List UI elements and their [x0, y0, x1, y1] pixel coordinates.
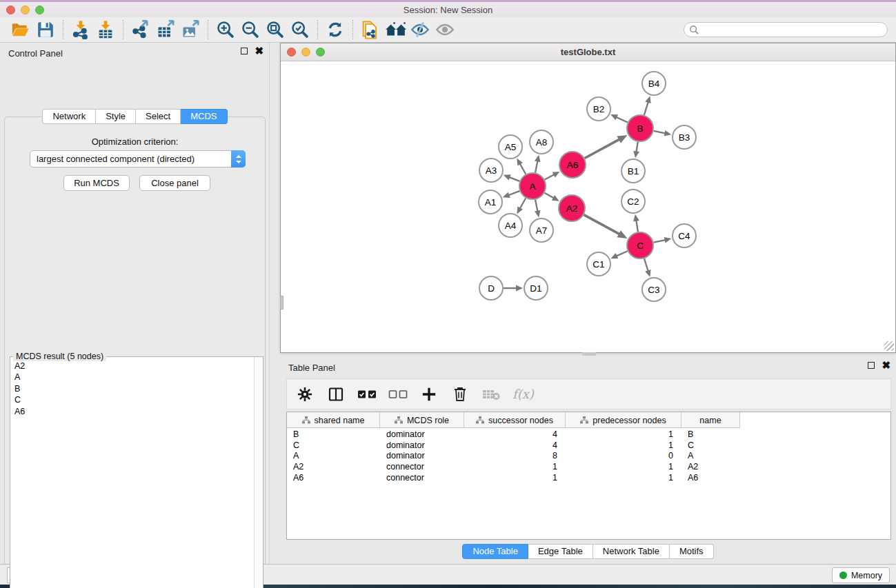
run-mcds-button[interactable]: Run MCDS [63, 175, 130, 191]
tab-network-table[interactable]: Network Table [593, 544, 670, 559]
graph-node-label: D1 [530, 283, 541, 294]
resize-grip-icon[interactable] [884, 341, 894, 351]
float-panel-icon[interactable] [868, 362, 875, 369]
graph-edge-B-B2[interactable] [615, 116, 627, 122]
graph-edge-A-A4[interactable] [519, 198, 526, 209]
tab-network[interactable]: Network [42, 109, 96, 124]
graph-node-label: B3 [679, 132, 690, 143]
tab-motifs[interactable]: Motifs [670, 544, 714, 559]
graph-node-label: B [637, 123, 643, 134]
column-visibility-icon[interactable] [326, 385, 346, 404]
table-cell: 8 [464, 451, 566, 460]
graph-edge-A-A8[interactable] [535, 160, 538, 172]
network-canvas[interactable]: B4B2BB3A5A8A6A3B1AA1C2A2A4A7C4CC1C3DD1 [281, 61, 895, 352]
column-header-predecessor-nodes[interactable]: predecessor nodes [566, 412, 681, 428]
save-session-icon[interactable] [33, 19, 58, 41]
zoom-selected-icon[interactable] [288, 19, 312, 41]
function-builder-icon[interactable]: f(x) [512, 387, 534, 401]
refresh-layout-icon[interactable] [323, 19, 348, 41]
table-row[interactable]: Bdominator41B [287, 429, 890, 440]
mcds-result-item[interactable]: A [10, 372, 253, 383]
graph-node-label: A2 [566, 203, 578, 214]
graph-edge-C-C4[interactable] [654, 240, 666, 243]
export-network-icon[interactable] [128, 19, 153, 41]
network-window-title: testGlobe.txt [281, 47, 895, 57]
node-attribute-table: shared nameMCDS rolesuccessor nodesprede… [286, 412, 891, 540]
zoom-in-icon[interactable] [213, 19, 238, 41]
network-window-titlebar[interactable]: testGlobe.txt [281, 43, 895, 61]
network-view-window: testGlobe.txt B4B2BB3A5A8A6A3B1AA1C2A2A4… [280, 43, 896, 353]
open-folder-icon[interactable] [8, 19, 33, 41]
graph-edge-C-C3[interactable] [644, 258, 648, 272]
hide-eye-icon[interactable] [408, 19, 432, 41]
select-all-checkboxes-icon[interactable] [357, 385, 377, 404]
close-panel-icon[interactable]: ✖ [255, 48, 263, 54]
tab-node-table[interactable]: Node Table [462, 544, 528, 559]
table-cell: A [287, 451, 380, 460]
graph-edge-A-A7[interactable] [535, 200, 538, 212]
float-panel-icon[interactable] [241, 48, 248, 54]
column-type-icon [580, 416, 588, 424]
graph-edge-B-B1[interactable] [636, 142, 638, 153]
add-column-icon[interactable] [419, 385, 439, 404]
close-panel-button[interactable]: Close panel [139, 175, 210, 191]
tab-style[interactable]: Style [96, 109, 136, 124]
mcds-result-item[interactable]: A2 [10, 361, 253, 372]
mcds-result-item[interactable]: C [10, 394, 253, 405]
column-header-shared-name[interactable]: shared name [287, 412, 380, 428]
graph-edge-B-B4[interactable] [644, 101, 648, 115]
graph-edge-C-C1[interactable] [616, 251, 628, 256]
export-table-icon[interactable] [153, 19, 178, 41]
table-row[interactable]: A2connector11A2 [287, 461, 890, 472]
column-header-successor-nodes[interactable]: successor nodes [464, 412, 566, 428]
new-network-from-file-icon[interactable] [358, 19, 383, 41]
delete-table-icon[interactable] [481, 385, 501, 404]
control-panel: Control Panel ✖ NetworkStyleSelectMCDS O… [0, 43, 270, 564]
table-cell: 1 [566, 429, 681, 439]
home-view-icon[interactable] [383, 19, 408, 41]
table-panel-title: Table Panel [288, 363, 335, 373]
tab-mcds[interactable]: MCDS [181, 109, 227, 124]
split-divider-grip[interactable] [280, 296, 283, 310]
zoom-out-icon[interactable] [238, 19, 263, 41]
memory-button[interactable]: Memory [832, 567, 890, 583]
graph-edge-A-A2[interactable] [544, 193, 554, 199]
mcds-scrollbar[interactable] [254, 357, 263, 588]
tab-edge-table[interactable]: Edge Table [528, 544, 593, 559]
graph-edge-A2-C[interactable] [584, 215, 620, 235]
table-row[interactable]: A6connector11A6 [287, 472, 890, 483]
column-header-name[interactable]: name [681, 412, 740, 428]
search-input[interactable] [684, 22, 888, 37]
table-row[interactable]: Cdominator41C [287, 440, 890, 451]
criterion-dropdown[interactable]: largest connected component (directed) [30, 150, 246, 168]
column-header-MCDS-role[interactable]: MCDS role [380, 412, 464, 428]
table-cell: 1 [464, 473, 566, 483]
deselect-all-checkboxes-icon[interactable] [388, 385, 408, 404]
mcds-result-item[interactable]: A6 [10, 406, 253, 417]
zoom-fit-icon[interactable] [263, 19, 288, 41]
toolbar-separator [208, 20, 208, 39]
network-graph[interactable]: B4B2BB3A5A8A6A3B1AA1C2A2A4A7C4CC1C3DD1 [281, 61, 895, 352]
graph-edge-C-C2[interactable] [636, 220, 638, 232]
tab-select[interactable]: Select [136, 109, 181, 124]
settings-gear-icon[interactable] [295, 385, 315, 404]
graph-edge-A-A5[interactable] [519, 163, 526, 174]
graph-edge-A-A1[interactable] [508, 191, 519, 195]
import-table-icon[interactable] [93, 19, 118, 41]
graph-edge-A-A6[interactable] [545, 174, 555, 180]
edge-arrowhead [504, 174, 511, 180]
close-panel-icon[interactable]: ✖ [882, 362, 890, 369]
split-divider-grip[interactable] [582, 352, 596, 356]
graph-edge-A6-B[interactable] [585, 139, 620, 159]
table-row[interactable]: Adominator80A [287, 451, 890, 462]
graph-node-label: C3 [648, 285, 659, 295]
show-eye-icon[interactable] [432, 19, 457, 41]
graph-edge-A-A3[interactable] [508, 177, 519, 181]
mcds-result-item[interactable]: B [10, 383, 253, 394]
graph-edge-B-B3[interactable] [654, 131, 666, 134]
edge-arrowhead [645, 270, 650, 277]
table-panel: Table Panel ✖ [280, 357, 896, 564]
delete-column-trash-icon[interactable] [450, 385, 470, 404]
export-image-icon[interactable] [178, 19, 203, 41]
import-network-icon[interactable] [68, 19, 93, 41]
